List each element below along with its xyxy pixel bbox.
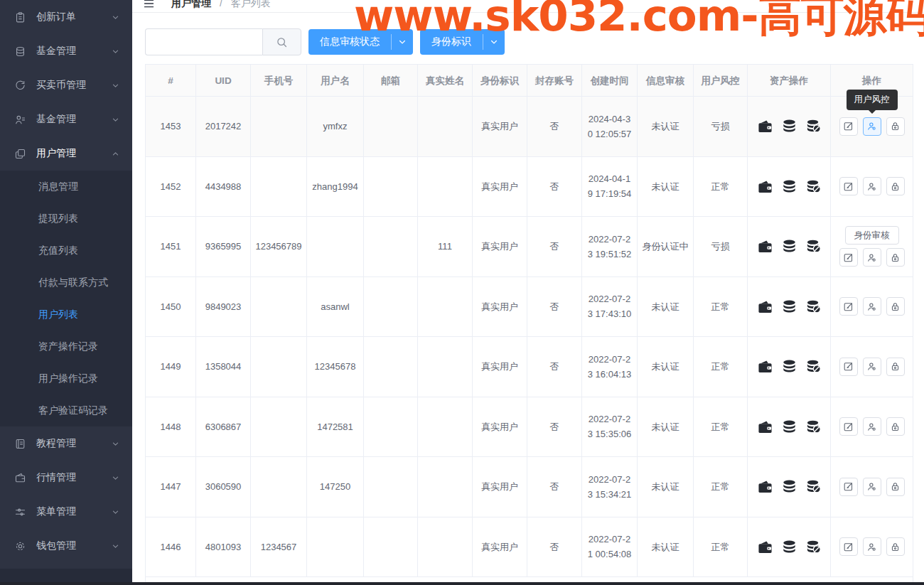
wallet-asset-button[interactable] [757,359,773,374]
sidebar-item-innovation-orders[interactable]: 创新订单 [0,0,132,34]
sidebar-subitem-user-list[interactable]: 用户列表 [0,299,132,331]
sidebar-subitem-captcha-log[interactable]: 客户验证码记录 [0,395,132,426]
horizontal-scrollbar[interactable] [0,582,924,585]
user-risk-button[interactable] [863,417,881,436]
sidebar-subitem-deposits[interactable]: 充值列表 [0,235,132,267]
freeze-account-button[interactable] [886,358,905,376]
user-risk-icon [866,181,877,192]
wallet-asset-button[interactable] [757,419,773,434]
edit-user-button[interactable] [839,177,858,195]
sidebar-item-fund-management-1[interactable]: 基金管理 [0,34,132,68]
coins-ban-icon [805,239,822,254]
coins-ban-asset-button[interactable] [805,239,822,254]
coins-ban-asset-button[interactable] [805,540,822,554]
lock-icon [890,252,901,263]
coins-ban-asset-button[interactable] [805,299,822,314]
sidebar-subitem-asset-operation-log[interactable]: 资产操作记录 [0,331,132,363]
coins-icon [14,45,26,58]
sidebar-subitem-messages[interactable]: 消息管理 [0,171,132,203]
sidebar-subitem-user-operation-log[interactable]: 用户操作记录 [0,363,132,395]
edit-user-button[interactable] [839,248,858,267]
edit-user-button[interactable] [839,117,858,136]
cell-review: 身份认证中 [638,217,694,277]
user-risk-button[interactable] [863,117,881,136]
coins-ban-asset-button[interactable] [805,119,822,134]
review-status-dropdown-button[interactable]: 信息审核状态 [308,29,413,55]
coins-asset-button[interactable] [781,479,797,494]
wallet-icon [757,359,773,374]
coins-ban-asset-button[interactable] [805,419,822,434]
wallet-asset-button[interactable] [757,119,773,134]
cell-identity: 真实用户 [473,277,527,337]
edit-user-button[interactable] [839,358,858,376]
coins-asset-button[interactable] [781,119,797,134]
sidebar-item-market-management[interactable]: 行情管理 [0,461,132,495]
wallet-asset-button[interactable] [757,479,773,494]
user-risk-button[interactable] [863,297,881,316]
edit-user-button[interactable] [839,417,858,436]
wallet-asset-button[interactable] [757,179,773,194]
cell-email [364,397,418,457]
wallet-asset-button[interactable] [757,299,773,314]
coins-asset-button[interactable] [781,299,797,314]
cell-username: asanwl [307,277,364,337]
breadcrumb-section[interactable]: 用户管理 [171,0,211,9]
wallet-asset-button[interactable] [757,540,773,554]
freeze-account-button[interactable] [886,417,905,436]
search-button[interactable] [262,28,301,55]
coins-icon [781,179,797,194]
coins-ban-asset-button[interactable] [805,179,822,194]
wallet-asset-button[interactable] [757,239,773,254]
edit-user-button[interactable] [839,297,858,316]
table-row: 1453 2017242 ymfxz 真实用户 否 2024-04-30 12:… [146,97,913,157]
cell-index: 1447 [146,457,196,517]
coins-asset-button[interactable] [781,239,797,254]
sidebar-item-wallet-management[interactable]: 钱包管理 [0,529,132,563]
sidebar-subitem-payment-contacts[interactable]: 付款与联系方式 [0,267,132,299]
header-sealed: 封存账号 [527,65,582,97]
identity-dropdown-button[interactable]: 身份标识 [420,29,505,55]
edit-user-button[interactable] [839,478,858,496]
sidebar-item-fund-management-2[interactable]: 基金管理 [0,102,132,136]
user-risk-button[interactable] [863,478,881,496]
user-cards-icon [14,148,26,160]
user-risk-button[interactable] [863,248,881,267]
sidebar-item-user-management[interactable]: 用户管理 [0,136,132,171]
hamburger-menu-icon[interactable] [142,0,156,9]
freeze-account-button[interactable] [886,248,905,267]
cell-realname [418,337,473,397]
coins-ban-asset-button[interactable] [805,479,822,494]
header-phone: 手机号 [251,65,307,97]
sidebar-item-coin-trade-management[interactable]: 买卖币管理 [0,68,132,102]
freeze-account-button[interactable] [886,297,905,316]
cell-uid: 9365995 [196,217,251,277]
coins-asset-button[interactable] [781,179,797,194]
cell-realname: 111 [418,217,473,277]
user-risk-button[interactable] [863,358,881,376]
wallet-icon [757,540,773,554]
user-risk-button[interactable] [863,537,881,556]
header-email: 邮箱 [364,65,418,97]
user-dropdown-caret[interactable]: ▼ [908,0,914,7]
search-input[interactable] [145,28,262,55]
freeze-account-button[interactable] [886,537,905,556]
freeze-account-button[interactable] [886,177,905,195]
filter-bar: 信息审核状态 身份标识 [145,28,924,55]
cell-realname [418,277,473,337]
coins-ban-asset-button[interactable] [805,359,822,374]
freeze-account-button[interactable] [886,117,905,136]
freeze-account-button[interactable] [886,478,905,496]
cell-identity: 真实用户 [473,517,527,577]
sidebar-item-tutorial-management[interactable]: 教程管理 [0,426,132,461]
user-risk-button[interactable] [863,177,881,195]
cell-username: 12345678 [307,337,364,397]
sidebar-subitem-withdrawals[interactable]: 提现列表 [0,203,132,235]
cell-identity: 真实用户 [473,397,527,457]
coins-asset-button[interactable] [781,540,797,554]
coins-asset-button[interactable] [781,359,797,374]
sidebar-item-menu-management[interactable]: 菜单管理 [0,495,132,529]
coins-asset-button[interactable] [781,419,797,434]
identity-audit-button[interactable]: 身份审核 [845,226,899,245]
header-risk: 用户风控 [694,65,748,97]
edit-user-button[interactable] [839,537,858,556]
